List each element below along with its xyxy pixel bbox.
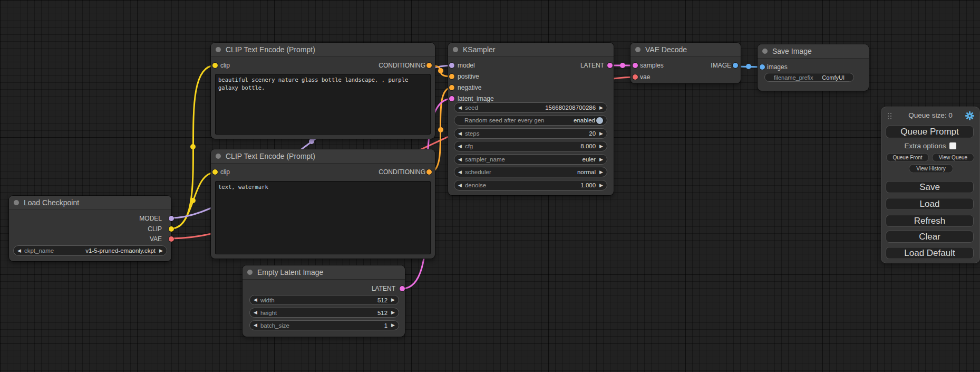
samples-input-port[interactable] — [633, 63, 638, 68]
positive-input-label: positive — [458, 73, 479, 80]
gear-icon[interactable] — [965, 111, 974, 120]
node-vae-decode[interactable]: VAE Decode samples IMAGE vae — [630, 43, 741, 83]
decrement-arrow-icon[interactable]: ◀ — [254, 310, 257, 315]
random-seed-toggle-widget[interactable]: Random seed after every gen enabled — [454, 115, 607, 126]
node-collapse-dot-icon[interactable] — [247, 270, 253, 275]
latent-output-port[interactable] — [400, 286, 405, 291]
vae-output-port[interactable] — [169, 236, 174, 242]
latent-output-port[interactable] — [607, 63, 613, 68]
decrement-arrow-icon[interactable]: ◀ — [458, 144, 462, 149]
cfg-widget[interactable]: ◀ cfg 8.000 ▶ — [454, 141, 607, 151]
view-queue-button[interactable]: View Queue — [932, 153, 974, 162]
node-collapse-dot-icon[interactable] — [14, 200, 19, 205]
queue-front-button[interactable]: Queue Front — [886, 153, 929, 162]
clear-button[interactable]: Clear — [886, 231, 974, 243]
port-row: clip CONDITIONING — [211, 168, 435, 176]
node-graph-canvas[interactable]: Load Checkpoint MODEL CLIP VAE ◀ ckpt_na… — [0, 0, 980, 372]
node-titlebar[interactable]: Load Checkpoint — [9, 196, 171, 210]
images-input-port[interactable] — [760, 64, 765, 70]
node-title: Empty Latent Image — [257, 268, 323, 276]
conditioning-output-label: CONDITIONING — [379, 62, 425, 69]
extra-options-checkbox[interactable] — [949, 142, 956, 149]
model-output-port[interactable] — [169, 216, 174, 221]
increment-arrow-icon[interactable]: ▶ — [599, 144, 603, 149]
conditioning-output-port[interactable] — [426, 169, 432, 175]
increment-arrow-icon[interactable]: ▶ — [599, 170, 603, 175]
node-titlebar[interactable]: VAE Decode — [630, 43, 741, 57]
port-row-samples: samples IMAGE — [630, 61, 741, 70]
node-collapse-dot-icon[interactable] — [216, 47, 221, 52]
node-load-checkpoint[interactable]: Load Checkpoint MODEL CLIP VAE ◀ ckpt_na… — [9, 196, 171, 261]
decrement-arrow-icon[interactable]: ◀ — [458, 106, 462, 110]
node-clip-text-encode-negative[interactable]: CLIP Text Encode (Prompt) clip CONDITION… — [211, 149, 435, 259]
conditioning-output-label: CONDITIONING — [379, 168, 425, 176]
extra-options-row: Extra options — [881, 142, 979, 150]
view-history-button[interactable]: View History — [909, 164, 953, 173]
image-output-port[interactable] — [733, 63, 738, 68]
sampler-name-widget[interactable]: ◀ sampler_name euler ▶ — [454, 154, 607, 165]
clip-output-port[interactable] — [169, 226, 174, 232]
node-empty-latent-image[interactable]: Empty Latent Image LATENT ◀ width 512 ▶ … — [242, 265, 405, 337]
increment-arrow-icon[interactable]: ▶ — [391, 298, 395, 302]
node-titlebar[interactable]: KSampler — [448, 43, 614, 57]
queue-prompt-button[interactable]: Queue Prompt — [886, 126, 974, 138]
load-button[interactable]: Load — [886, 198, 974, 210]
positive-input-port[interactable] — [449, 74, 454, 79]
vae-input-label: vae — [640, 73, 650, 81]
model-input-port[interactable] — [449, 63, 454, 68]
ckpt-name-widget[interactable]: ◀ ckpt_name v1-5-pruned-emaonly.ckpt ▶ — [13, 245, 167, 256]
node-clip-text-encode-positive[interactable]: CLIP Text Encode (Prompt) clip CONDITION… — [211, 43, 435, 139]
node-collapse-dot-icon[interactable] — [216, 154, 221, 159]
increment-arrow-icon[interactable]: ▶ — [391, 310, 395, 315]
node-title: KSampler — [463, 45, 495, 54]
node-save-image[interactable]: Save Image images filename_prefix ComfyU… — [758, 44, 869, 91]
wire-dot-image — [746, 64, 751, 69]
negative-input-port[interactable] — [449, 85, 454, 90]
increment-arrow-icon[interactable]: ▶ — [159, 249, 163, 253]
clip-input-port[interactable] — [212, 169, 218, 175]
node-titlebar[interactable]: Empty Latent Image — [242, 265, 405, 280]
node-titlebar[interactable]: Save Image — [758, 44, 869, 59]
decrement-arrow-icon[interactable]: ◀ — [458, 157, 462, 162]
batch-size-widget[interactable]: ◀ batch_size 1 ▶ — [249, 320, 399, 330]
decrement-arrow-icon[interactable]: ◀ — [254, 323, 257, 328]
refresh-button[interactable]: Refresh — [886, 215, 974, 227]
denoise-widget[interactable]: ◀ denoise 1.000 ▶ — [454, 180, 607, 190]
decrement-arrow-icon[interactable]: ◀ — [458, 183, 462, 188]
node-ksampler[interactable]: KSampler model LATENT positive negative … — [448, 43, 614, 195]
save-button[interactable]: Save — [886, 181, 974, 193]
node-title: CLIP Text Encode (Prompt) — [226, 45, 315, 54]
node-collapse-dot-icon[interactable] — [635, 47, 641, 52]
port-row: clip CONDITIONING — [211, 61, 435, 70]
prompt-textarea[interactable]: text, watermark — [215, 181, 431, 254]
wire-dot-latent — [620, 63, 625, 68]
decrement-arrow-icon[interactable]: ◀ — [17, 249, 21, 253]
load-default-button[interactable]: Load Default — [886, 247, 974, 259]
height-widget[interactable]: ◀ height 512 ▶ — [249, 308, 399, 318]
node-titlebar[interactable]: CLIP Text Encode (Prompt) — [211, 149, 435, 164]
increment-arrow-icon[interactable]: ▶ — [599, 131, 603, 136]
increment-arrow-icon[interactable]: ▶ — [599, 157, 603, 162]
increment-arrow-icon[interactable]: ▶ — [391, 323, 395, 328]
conditioning-output-port[interactable] — [426, 63, 432, 68]
steps-widget[interactable]: ◀ steps 20 ▶ — [454, 128, 607, 139]
prompt-textarea[interactable]: beautiful scenery nature glass bottle la… — [215, 74, 431, 135]
decrement-arrow-icon[interactable]: ◀ — [458, 170, 462, 175]
scheduler-widget[interactable]: ◀ scheduler normal ▶ — [454, 167, 607, 177]
image-output-label: IMAGE — [711, 62, 731, 69]
increment-arrow-icon[interactable]: ▶ — [599, 183, 603, 188]
node-collapse-dot-icon[interactable] — [762, 49, 768, 54]
clip-input-port[interactable] — [212, 63, 218, 68]
decrement-arrow-icon[interactable]: ◀ — [458, 131, 462, 136]
filename-prefix-widget[interactable]: filename_prefix ComfyUI — [764, 73, 854, 82]
latent-image-input-port[interactable] — [449, 96, 454, 101]
vae-input-port[interactable] — [633, 74, 638, 80]
decrement-arrow-icon[interactable]: ◀ — [254, 298, 257, 302]
increment-arrow-icon[interactable]: ▶ — [599, 106, 603, 110]
toggle-circle-icon[interactable] — [596, 117, 603, 124]
seed-widget[interactable]: ◀ seed 156680208700286 ▶ — [454, 102, 607, 113]
node-titlebar[interactable]: CLIP Text Encode (Prompt) — [211, 43, 435, 57]
width-widget[interactable]: ◀ width 512 ▶ — [249, 295, 399, 305]
wire-dot-model — [309, 139, 314, 144]
node-collapse-dot-icon[interactable] — [453, 47, 458, 52]
